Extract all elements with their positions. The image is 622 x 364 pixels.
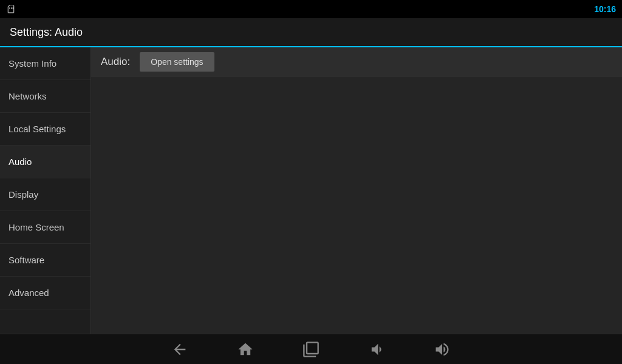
sidebar-item-advanced[interactable]: Advanced	[0, 277, 91, 309]
home-button[interactable]	[237, 341, 254, 358]
section-title: Audio:	[101, 56, 130, 68]
status-icons	[6, 4, 16, 14]
status-bar: 10:16	[0, 0, 622, 18]
recent-apps-button[interactable]	[302, 341, 320, 358]
sidebar: System Info Networks Local Settings Audi…	[0, 47, 91, 334]
volume-up-button[interactable]	[434, 341, 451, 358]
status-time: 10:16	[594, 4, 616, 14]
sidebar-item-display[interactable]: Display	[0, 178, 91, 211]
title-bar: Settings: Audio	[0, 18, 622, 47]
sidebar-item-networks[interactable]: Networks	[0, 80, 91, 113]
page-title: Settings: Audio	[10, 26, 83, 39]
volume-down-icon	[368, 341, 385, 358]
sidebar-item-software[interactable]: Software	[0, 244, 91, 277]
main-layout: System Info Networks Local Settings Audi…	[0, 47, 622, 334]
content-body	[91, 76, 622, 334]
nav-bar	[0, 334, 622, 364]
content-header: Audio: Open settings	[91, 47, 622, 76]
sidebar-item-audio[interactable]: Audio	[0, 146, 91, 178]
content-area: Audio: Open settings	[91, 47, 622, 334]
back-button[interactable]	[171, 341, 188, 358]
sidebar-item-system-info[interactable]: System Info	[0, 47, 91, 80]
back-icon	[171, 341, 188, 358]
sd-card-icon	[6, 4, 16, 14]
sidebar-item-local-settings[interactable]: Local Settings	[0, 113, 91, 146]
volume-up-icon	[434, 341, 451, 358]
volume-down-button[interactable]	[368, 341, 385, 358]
sidebar-item-home-screen[interactable]: Home Screen	[0, 211, 91, 244]
recent-apps-icon	[302, 341, 320, 358]
home-icon	[237, 341, 254, 358]
open-settings-button[interactable]: Open settings	[140, 52, 214, 72]
